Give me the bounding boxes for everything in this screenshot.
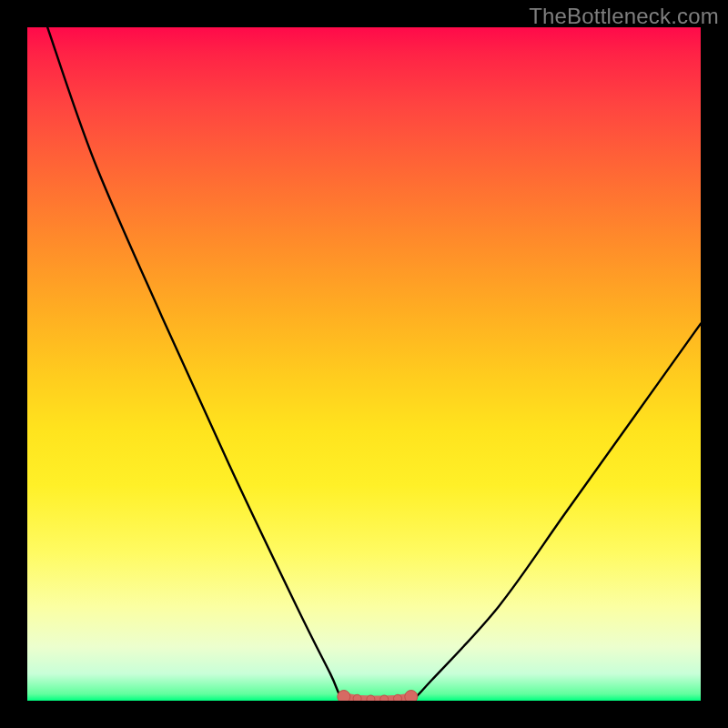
optimal-range-marker: [394, 694, 402, 701]
credit-label: TheBottleneck.com: [529, 4, 719, 29]
chart-frame: TheBottleneck.com: [0, 0, 728, 728]
bottleneck-curve: [47, 27, 701, 701]
optimal-range-marker: [353, 694, 361, 701]
bottleneck-chart: [27, 27, 701, 701]
optimal-range-marker: [380, 695, 389, 701]
optimal-range-marker: [405, 691, 418, 701]
plot-area: [27, 27, 701, 701]
optimal-range-marker: [367, 695, 375, 701]
optimal-range-marker: [338, 691, 350, 701]
